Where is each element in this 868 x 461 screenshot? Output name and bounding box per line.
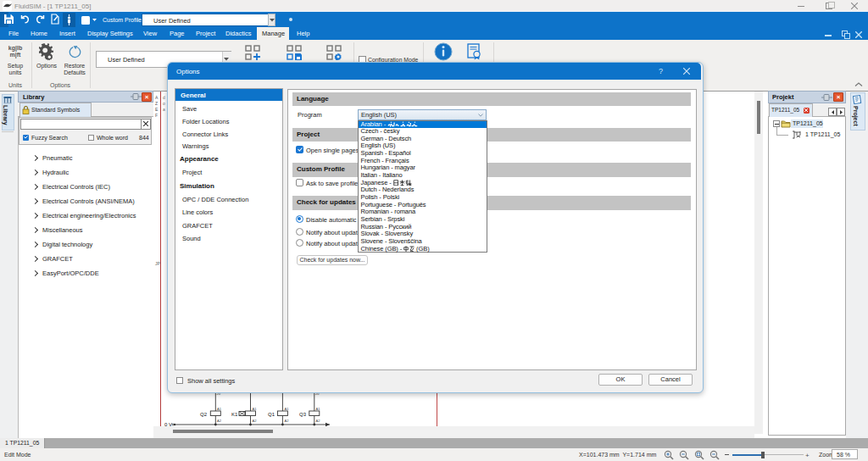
svg-text:Q3: Q3 xyxy=(299,412,307,417)
svg-text:A1: A1 xyxy=(253,407,258,411)
svg-text:K1: K1 xyxy=(231,412,238,417)
svg-text:A2: A2 xyxy=(316,419,321,423)
svg-text:Q1: Q1 xyxy=(268,412,275,417)
svg-text:A2: A2 xyxy=(217,419,222,423)
svg-text:Q2: Q2 xyxy=(200,412,208,417)
svg-text:A1: A1 xyxy=(285,407,290,411)
svg-text:A1: A1 xyxy=(316,407,321,411)
svg-text:A2: A2 xyxy=(285,419,290,423)
svg-text:A1: A1 xyxy=(217,407,222,411)
svg-text:A2: A2 xyxy=(253,419,258,423)
